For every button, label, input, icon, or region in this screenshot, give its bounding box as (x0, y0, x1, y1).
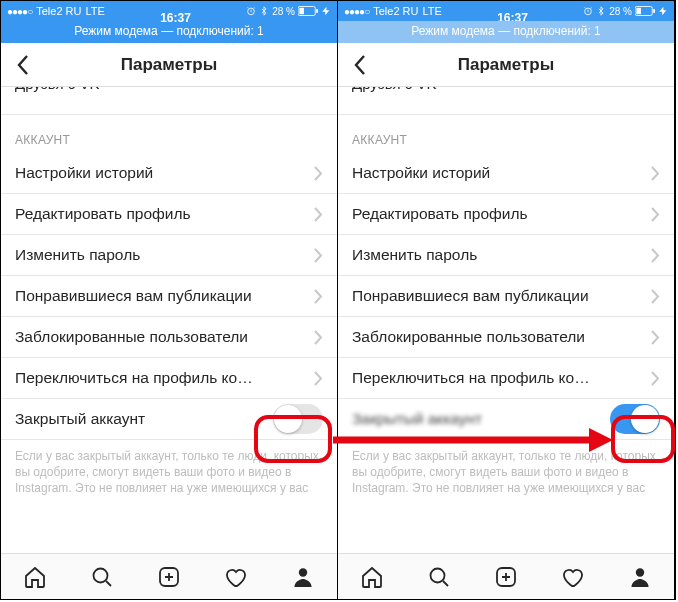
charging-icon (321, 6, 331, 16)
tab-search[interactable] (68, 554, 135, 599)
chevron-right-icon (314, 166, 323, 181)
charging-icon (658, 6, 668, 16)
signal-dots: ●●●●○ (344, 6, 369, 17)
svg-point-4 (93, 568, 107, 582)
row-label: Настройки историй (15, 164, 161, 182)
profile-icon (628, 565, 652, 589)
tab-add[interactable] (135, 554, 202, 599)
row-label: Заблокированные пользователи (352, 328, 593, 346)
row-private-account: Закрытый аккаунт (338, 399, 674, 440)
row-edit-profile[interactable]: Редактировать профиль (338, 194, 674, 235)
private-account-description: Если у вас закрытый аккаунт, только те л… (338, 440, 674, 501)
network-label: LTE (85, 5, 104, 17)
private-account-toggle[interactable] (610, 404, 660, 434)
row-label: Переключиться на профиль ко… (15, 369, 261, 387)
network-label: LTE (422, 5, 441, 17)
private-account-toggle[interactable] (273, 404, 323, 434)
private-account-description: Если у вас закрытый аккаунт, только те л… (1, 440, 337, 501)
tab-home[interactable] (1, 554, 68, 599)
row-label: Редактировать профиль (15, 205, 199, 223)
svg-point-11 (430, 568, 444, 582)
screen-right: ●●●●○ Tele2 RU LTE 16:37 28 % Режим моде… (338, 1, 675, 599)
tab-search[interactable] (405, 554, 472, 599)
chevron-right-icon (314, 248, 323, 263)
row-blocked-users[interactable]: Заблокированные пользователи (338, 317, 674, 358)
page-title: Параметры (338, 55, 674, 75)
hotspot-bar[interactable]: Режим модема — подключений: 1 (338, 21, 674, 43)
row-liked-posts[interactable]: Понравившиеся вам публикации (338, 276, 674, 317)
row-switch-profile[interactable]: Переключиться на профиль ко… (1, 358, 337, 399)
battery-pct: 28 % (272, 6, 295, 17)
tab-profile[interactable] (270, 554, 337, 599)
svg-rect-2 (299, 8, 304, 14)
signal-dots: ●●●●○ (7, 6, 32, 17)
chevron-left-icon (353, 54, 367, 76)
section-header-account: АККАУНТ (1, 115, 337, 153)
chevron-right-icon (651, 248, 660, 263)
carrier-label: Tele2 RU (373, 5, 418, 17)
row-label: Редактировать профиль (352, 205, 536, 223)
chevron-left-icon (16, 54, 30, 76)
home-icon (23, 565, 47, 589)
alarm-icon (583, 6, 593, 16)
chevron-right-icon (651, 166, 660, 181)
settings-list: Друзья с VK АККАУНТ Настройки историй Ре… (338, 87, 674, 553)
status-bar: ●●●●○ Tele2 RU LTE 16:37 28 % (338, 1, 674, 21)
svg-point-13 (636, 568, 644, 576)
tab-home[interactable] (338, 554, 405, 599)
list-item[interactable]: Друзья с VK (338, 87, 674, 115)
battery-icon (298, 6, 318, 16)
chevron-right-icon (314, 289, 323, 304)
tab-bar (338, 553, 674, 599)
status-bar: ●●●●○ Tele2 RU LTE 16:37 28 % (1, 1, 337, 21)
chevron-right-icon (651, 207, 660, 222)
search-icon (427, 565, 451, 589)
row-label: Понравившиеся вам публикации (15, 287, 260, 305)
chevron-right-icon (314, 371, 323, 386)
row-story-settings[interactable]: Настройки историй (338, 153, 674, 194)
tab-bar (1, 553, 337, 599)
row-liked-posts[interactable]: Понравившиеся вам публикации (1, 276, 337, 317)
nav-header: Параметры (1, 43, 337, 87)
row-story-settings[interactable]: Настройки историй (1, 153, 337, 194)
carrier-label: Tele2 RU (36, 5, 81, 17)
section-header-account: АККАУНТ (338, 115, 674, 153)
list-item[interactable]: Друзья с VK (1, 87, 337, 115)
chevron-right-icon (314, 207, 323, 222)
tab-add[interactable] (472, 554, 539, 599)
row-switch-profile[interactable]: Переключиться на профиль ко… (338, 358, 674, 399)
status-time: 16:37 (160, 11, 191, 25)
profile-icon (291, 565, 315, 589)
tab-profile[interactable] (607, 554, 674, 599)
page-title: Параметры (1, 55, 337, 75)
row-change-password[interactable]: Изменить пароль (1, 235, 337, 276)
row-label: Закрытый аккаунт (15, 410, 153, 428)
search-icon (90, 565, 114, 589)
back-button[interactable] (1, 43, 45, 87)
row-label: Понравившиеся вам публикации (352, 287, 597, 305)
tab-activity[interactable] (540, 554, 607, 599)
row-label: Изменить пароль (352, 246, 485, 264)
back-button[interactable] (338, 43, 382, 87)
row-private-account: Закрытый аккаунт (1, 399, 337, 440)
row-label: Настройки историй (352, 164, 498, 182)
add-post-icon (494, 565, 518, 589)
row-label: Изменить пароль (15, 246, 148, 264)
row-change-password[interactable]: Изменить пароль (338, 235, 674, 276)
svg-rect-3 (316, 9, 318, 13)
alarm-icon (246, 6, 256, 16)
tab-activity[interactable] (203, 554, 270, 599)
chevron-right-icon (651, 330, 660, 345)
nav-header: Параметры (338, 43, 674, 87)
chevron-right-icon (651, 289, 660, 304)
heart-icon (224, 565, 248, 589)
svg-point-6 (299, 568, 307, 576)
svg-rect-9 (636, 8, 641, 14)
row-edit-profile[interactable]: Редактировать профиль (1, 194, 337, 235)
add-post-icon (157, 565, 181, 589)
heart-icon (561, 565, 585, 589)
row-blocked-users[interactable]: Заблокированные пользователи (1, 317, 337, 358)
screen-left: ●●●●○ Tele2 RU LTE 16:37 28 % Режим моде… (1, 1, 338, 599)
chevron-right-icon (314, 330, 323, 345)
settings-list: Друзья с VK АККАУНТ Настройки историй Ре… (1, 87, 337, 553)
